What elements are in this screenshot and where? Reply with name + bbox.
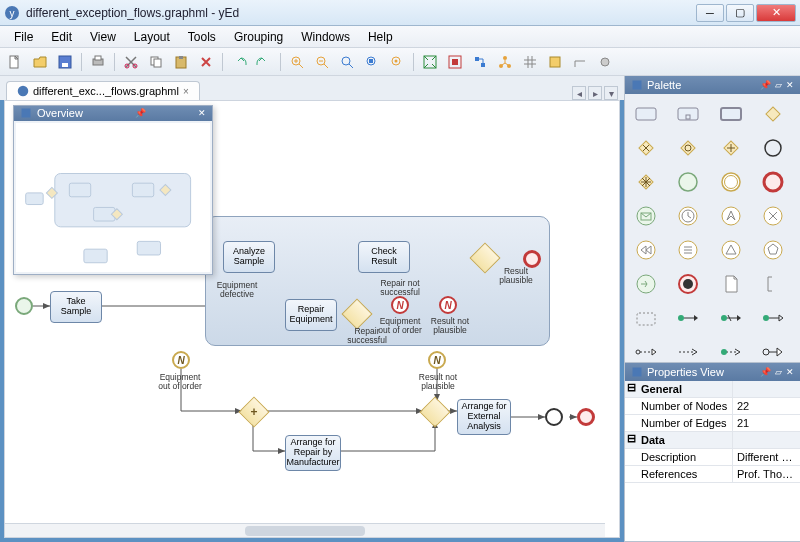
palette-gateway-x[interactable] [631,134,661,162]
zoom-in-icon[interactable] [286,51,308,73]
menu-windows[interactable]: Windows [293,28,358,46]
overview-body[interactable] [16,123,210,273]
palette-seq-flow[interactable] [673,304,703,332]
menu-layout[interactable]: Layout [126,28,178,46]
cut-icon[interactable] [120,51,142,73]
task-arrange-external[interactable]: Arrange forExternalAnalysis [457,399,511,435]
overview-panel[interactable]: Overview 📌 ✕ [13,105,213,275]
palette-gateway-plus[interactable] [716,134,746,162]
palette-cancel-event[interactable] [758,202,788,230]
boundary-event-equipment[interactable]: N [172,351,190,369]
intermediate-event-equipment[interactable]: N [391,296,409,314]
palette-subprocess[interactable] [673,100,703,128]
palette-dir-assoc[interactable] [716,338,746,362]
redo-icon[interactable] [253,51,275,73]
horizontal-scrollbar[interactable] [5,523,605,537]
palette-start-event[interactable] [673,168,703,196]
settings-icon[interactable] [594,51,616,73]
intermediate-event-result[interactable]: N [439,296,457,314]
fit-selection-icon[interactable] [444,51,466,73]
minimize-button[interactable]: ─ [696,4,724,22]
undo-icon[interactable] [228,51,250,73]
palette-assoc[interactable] [673,338,703,362]
palette-annotation[interactable] [758,270,788,298]
paste-icon[interactable] [170,51,192,73]
props-row-edges[interactable]: Number of Edges21 [625,415,800,432]
palette-end-event[interactable] [758,168,788,196]
new-file-icon[interactable] [4,51,26,73]
task-analyze-sample[interactable]: AnalyzeSample [223,241,275,273]
palette-default-flow[interactable] [716,304,746,332]
boundary-event-result[interactable]: N [428,351,446,369]
palette-data-object[interactable] [716,270,746,298]
zoom-sel-icon[interactable] [361,51,383,73]
print-icon[interactable] [87,51,109,73]
props-row-description[interactable]: DescriptionDifferent exceptio... [625,449,800,466]
palette-conditional-event[interactable] [673,236,703,264]
palette-gateway-star[interactable] [631,168,661,196]
canvas-viewport[interactable]: Overview 📌 ✕ [4,100,620,538]
tab-prev-icon[interactable]: ◂ [572,86,586,100]
menu-grouping[interactable]: Grouping [226,28,291,46]
props-close-icon[interactable]: ✕ [786,367,794,377]
task-take-sample[interactable]: TakeSample [50,291,102,323]
layout-run-icon[interactable] [469,51,491,73]
tab-next-icon[interactable]: ▸ [588,86,602,100]
palette-message-event[interactable] [631,202,661,230]
menu-edit[interactable]: Edit [43,28,80,46]
menu-view[interactable]: View [82,28,124,46]
grid-icon[interactable] [519,51,541,73]
props-pin-icon[interactable]: 📌 [760,367,771,377]
palette-escalation-event[interactable] [716,202,746,230]
props-row-nodes[interactable]: Number of Nodes22 [625,398,800,415]
open-file-icon[interactable] [29,51,51,73]
delete-icon[interactable] [195,51,217,73]
task-repair-equipment[interactable]: RepairEquipment [285,299,337,331]
menu-file[interactable]: File [6,28,41,46]
tab-close-icon[interactable]: × [183,86,189,97]
palette-terminate-event[interactable] [673,270,703,298]
save-file-icon[interactable] [54,51,76,73]
palette-pin-icon[interactable]: 📌 [760,80,771,90]
menu-tools[interactable]: Tools [180,28,224,46]
start-event[interactable] [15,297,33,315]
zoom-out-icon[interactable] [311,51,333,73]
snap-icon[interactable] [544,51,566,73]
palette-gateway[interactable] [758,100,788,128]
props-group-data[interactable]: ⊟Data [625,432,800,449]
props-row-references[interactable]: ReferencesProf. Thomas Allwe... [625,466,800,483]
palette-multiple-event[interactable] [758,236,788,264]
overview-pin-icon[interactable]: 📌 [135,108,146,118]
zoom-custom-icon[interactable] [386,51,408,73]
props-group-general[interactable]: ⊟General [625,381,800,398]
palette-close-icon[interactable]: ✕ [786,80,794,90]
tab-menu-icon[interactable]: ▾ [604,86,618,100]
palette-gateway-o[interactable] [673,134,703,162]
menu-help[interactable]: Help [360,28,401,46]
palette-compensation-event[interactable] [631,236,661,264]
palette-callactivity[interactable] [716,100,746,128]
orthogonal-icon[interactable] [569,51,591,73]
props-min-icon[interactable]: ▱ [775,367,782,377]
palette-open-arrow[interactable] [758,338,788,362]
zoom-reset-icon[interactable] [336,51,358,73]
fit-content-icon[interactable] [419,51,441,73]
palette-timer-event[interactable] [673,202,703,230]
copy-icon[interactable] [145,51,167,73]
task-check-result[interactable]: CheckResult [358,241,410,273]
palette-link-event[interactable] [631,270,661,298]
palette-msg-flow[interactable] [631,338,661,362]
close-button[interactable]: ✕ [756,4,796,22]
maximize-button[interactable]: ▢ [726,4,754,22]
palette-min-icon[interactable]: ▱ [775,80,782,90]
overview-close-icon[interactable]: ✕ [198,108,206,118]
palette-signal-event[interactable] [716,236,746,264]
palette-cond-flow[interactable] [758,304,788,332]
palette-group-rect[interactable] [631,304,661,332]
gateway-end-merge[interactable] [545,408,563,426]
end-event-main[interactable] [577,408,595,426]
document-tab[interactable]: different_exc..._flows.graphml × [6,81,200,100]
palette-intermediate-event[interactable] [716,168,746,196]
neighborhood-icon[interactable] [494,51,516,73]
palette-circle[interactable] [758,134,788,162]
